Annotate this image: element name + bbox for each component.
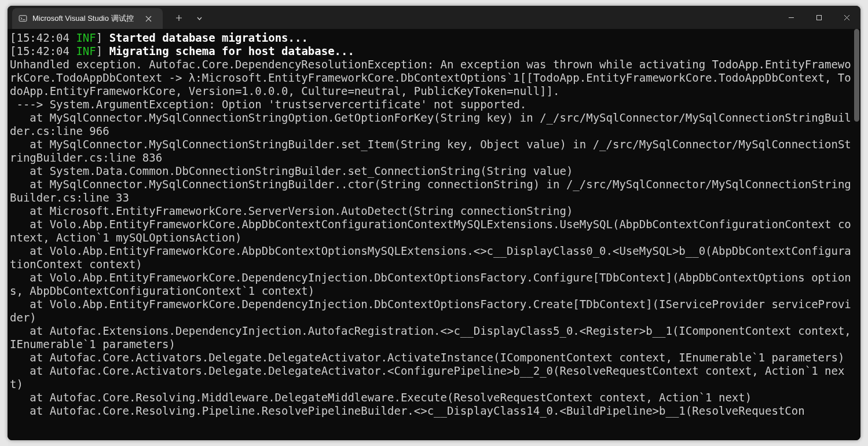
terminal-output[interactable]: [15:42:04 INF] Started database migratio…	[8, 29, 860, 440]
scrollbar-thumb[interactable]	[854, 29, 859, 122]
background-left-strip	[0, 0, 8, 446]
log-message: Migrating schema for host database...	[109, 45, 354, 57]
titlebar-drag-area[interactable]	[209, 6, 777, 29]
new-tab-button[interactable]	[167, 8, 191, 28]
titlebar-actions	[167, 6, 209, 29]
svg-rect-0	[19, 15, 27, 21]
svg-rect-1	[816, 15, 821, 20]
log-bracket-open: [	[10, 45, 16, 57]
tab-dropdown-button[interactable]	[191, 8, 209, 28]
background-right-strip	[860, 0, 868, 446]
log-level: INF	[76, 45, 96, 57]
log-bracket-close: ]	[96, 45, 102, 57]
log-bracket-open: [	[10, 31, 16, 44]
window-controls	[777, 6, 860, 29]
active-tab[interactable]: Microsoft Visual Studio 调试控	[12, 8, 163, 29]
log-message: Started database migrations...	[109, 31, 308, 44]
log-level: INF	[76, 31, 96, 44]
terminal-window: Microsoft Visual Studio 调试控	[8, 6, 860, 440]
terminal-icon	[18, 14, 28, 24]
log-timestamp: 15:42:04	[16, 45, 69, 57]
titlebar[interactable]: Microsoft Visual Studio 调试控	[8, 6, 860, 29]
tab-close-button[interactable]	[142, 12, 156, 25]
log-bracket-close: ]	[96, 31, 102, 44]
tab-title: Microsoft Visual Studio 调试控	[32, 13, 134, 24]
maximize-button[interactable]	[805, 6, 833, 29]
log-timestamp: 15:42:04	[16, 31, 69, 44]
minimize-button[interactable]	[777, 6, 805, 29]
stack-trace: Unhandled exception. Autofac.Core.Depend…	[10, 58, 858, 417]
vertical-scrollbar[interactable]	[854, 29, 860, 440]
window-close-button[interactable]	[833, 6, 860, 29]
